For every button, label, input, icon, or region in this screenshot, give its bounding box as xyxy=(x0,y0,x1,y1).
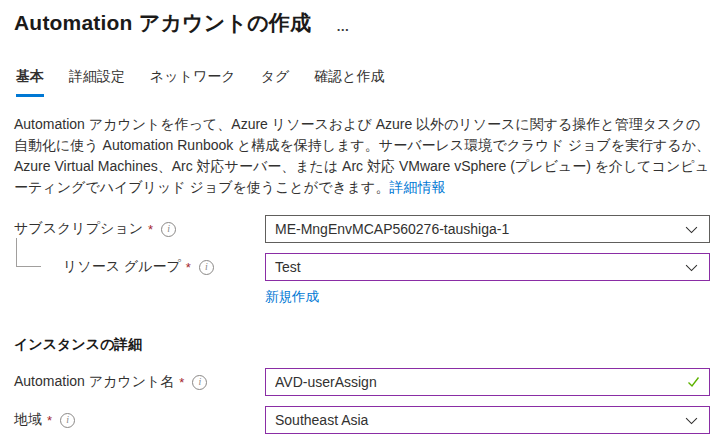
region-dropdown[interactable]: Southeast Asia xyxy=(265,406,710,434)
tab-networking[interactable]: ネットワーク xyxy=(150,68,236,97)
info-icon[interactable]: i xyxy=(192,375,207,390)
account-name-label-cell: Automation アカウント名 * i xyxy=(14,373,265,391)
account-name-row: Automation アカウント名 * i xyxy=(0,368,721,396)
basics-form: サブスクリプション * i ME-MngEnvMCAP560276-taushi… xyxy=(0,215,721,434)
account-name-control-cell xyxy=(265,368,710,396)
info-icon[interactable]: i xyxy=(161,222,176,237)
subscription-row: サブスクリプション * i ME-MngEnvMCAP560276-taushi… xyxy=(0,215,721,243)
resource-group-label-cell: リソース グループ * i xyxy=(14,258,265,276)
region-label-cell: 地域 * i xyxy=(14,411,265,429)
chevron-down-icon xyxy=(685,223,698,236)
more-options-button[interactable]: … xyxy=(336,14,351,33)
tab-basics[interactable]: 基本 xyxy=(16,68,44,97)
resource-group-value: Test xyxy=(275,259,301,275)
resource-group-control-cell: Test xyxy=(265,253,710,281)
tab-tags[interactable]: タグ xyxy=(261,68,290,97)
region-label: 地域 xyxy=(14,411,42,429)
tab-advanced[interactable]: 詳細設定 xyxy=(69,68,125,97)
chevron-down-icon xyxy=(685,414,698,427)
required-asterisk: * xyxy=(179,375,184,390)
create-automation-account-page: Automation アカウントの作成 … 基本 詳細設定 ネットワーク タグ … xyxy=(0,0,721,439)
region-value: Southeast Asia xyxy=(275,412,368,428)
subscription-value: ME-MngEnvMCAP560276-taushiga-1 xyxy=(275,221,509,237)
description-text: Automation アカウントを作って、Azure リソースおよび Azure… xyxy=(14,116,710,195)
page-title: Automation アカウントの作成 xyxy=(14,9,311,37)
subscription-label-cell: サブスクリプション * i xyxy=(14,220,265,238)
resource-group-row: リソース グループ * i Test xyxy=(0,253,721,281)
chevron-down-icon xyxy=(685,261,698,274)
subscription-control-cell: ME-MngEnvMCAP560276-taushiga-1 xyxy=(265,215,710,243)
region-row: 地域 * i Southeast Asia xyxy=(0,406,721,434)
required-asterisk: * xyxy=(47,413,52,428)
region-control-cell: Southeast Asia xyxy=(265,406,710,434)
page-header: Automation アカウントの作成 … xyxy=(0,0,721,37)
account-name-label: Automation アカウント名 xyxy=(14,373,174,391)
page-description: Automation アカウントを作って、Azure リソースおよび Azure… xyxy=(14,114,713,198)
info-icon[interactable]: i xyxy=(60,413,75,428)
subscription-label: サブスクリプション xyxy=(14,220,143,238)
tab-review-create[interactable]: 確認と作成 xyxy=(314,68,384,97)
wizard-tabs: 基本 詳細設定 ネットワーク タグ 確認と作成 xyxy=(16,68,721,97)
valid-check-icon xyxy=(687,376,700,388)
account-name-input[interactable] xyxy=(265,368,710,396)
required-asterisk: * xyxy=(186,260,191,275)
subscription-dropdown[interactable]: ME-MngEnvMCAP560276-taushiga-1 xyxy=(265,215,710,243)
required-asterisk: * xyxy=(148,222,153,237)
create-new-resource-group-link[interactable]: 新規作成 xyxy=(265,289,319,304)
instance-details-heading: インスタンスの詳細 xyxy=(14,336,721,354)
info-icon[interactable]: i xyxy=(199,260,214,275)
create-new-row: 新規作成 xyxy=(0,287,721,306)
resource-group-dropdown[interactable]: Test xyxy=(265,253,710,281)
learn-more-link[interactable]: 詳細情報 xyxy=(389,179,445,195)
resource-group-label: リソース グループ xyxy=(63,258,181,276)
